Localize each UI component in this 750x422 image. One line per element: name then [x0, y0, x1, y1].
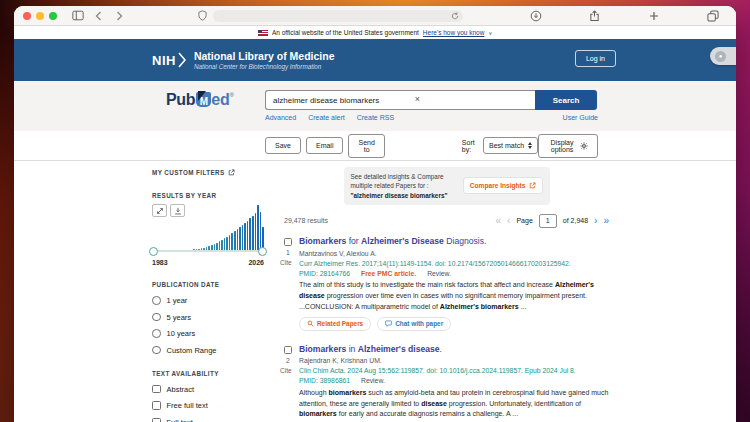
result-checkbox[interactable] — [284, 346, 292, 354]
year-slider-handle-start[interactable] — [149, 247, 158, 256]
search-button[interactable]: Search — [535, 90, 597, 110]
related-papers-label: Related Papers — [317, 320, 363, 327]
free-pmc-label: Free PMC article. — [361, 270, 416, 277]
create-rss-link[interactable]: Create RSS — [357, 114, 394, 121]
related-papers-button[interactable]: Related Papers — [299, 317, 371, 331]
check-control[interactable] — [152, 385, 161, 394]
year-bar[interactable] — [242, 225, 244, 251]
radio-control[interactable] — [152, 296, 161, 305]
check-control[interactable] — [152, 401, 161, 410]
privacy-shield-icon[interactable] — [195, 9, 210, 23]
radio-control[interactable] — [152, 346, 161, 355]
advanced-link[interactable]: Advanced — [265, 114, 296, 121]
nlm-title[interactable]: National Library of Medicine — [194, 50, 335, 63]
pubdate-option-1-year[interactable]: 1 year — [152, 296, 264, 305]
email-button[interactable]: Email — [306, 137, 344, 154]
external-link-icon — [529, 182, 536, 189]
page-number-input[interactable] — [539, 214, 557, 228]
year-bar[interactable] — [257, 205, 259, 251]
results-main: See detailed insights & Compare multiple… — [284, 167, 609, 422]
results-list: 1 Cite Biomarkers for Alzheimer's Diseas… — [284, 236, 609, 422]
usa-gov-banner: An official website of the United States… — [14, 26, 736, 39]
compare-insights-button[interactable]: Compare Insights — [463, 177, 543, 194]
downloads-icon[interactable] — [528, 9, 543, 23]
my-custom-filters[interactable]: MY CUSTOM FILTERS — [152, 169, 264, 176]
first-page-icon[interactable]: « — [496, 216, 502, 226]
review-label[interactable]: Review. — [361, 377, 385, 384]
year-bar[interactable] — [226, 237, 228, 251]
tab-overview-icon[interactable] — [705, 9, 720, 23]
check-control[interactable] — [152, 418, 161, 422]
radio-control[interactable] — [152, 313, 161, 322]
radio-control[interactable] — [152, 329, 161, 338]
external-link-icon — [228, 169, 235, 176]
year-bar[interactable] — [260, 212, 262, 251]
create-alert-link[interactable]: Create alert — [308, 114, 345, 121]
expand-chart-button[interactable] — [152, 204, 167, 217]
year-bar[interactable] — [249, 218, 251, 251]
nih-logo[interactable]: NIH — [152, 52, 186, 68]
year-bar[interactable] — [229, 235, 231, 251]
search-input[interactable] — [265, 90, 535, 110]
close-window-button[interactable] — [23, 12, 31, 20]
display-options-button[interactable]: Display options — [538, 134, 598, 158]
year-bar[interactable] — [237, 229, 239, 251]
results-by-year-label: RESULTS BY YEAR — [152, 192, 264, 199]
back-icon[interactable] — [91, 9, 106, 23]
publication-date-label: PUBLICATION DATE — [152, 281, 264, 288]
prev-page-icon[interactable]: ‹ — [507, 216, 510, 226]
address-bar[interactable] — [213, 10, 463, 22]
result-authors: Mantzavinos V, Alexiou A. — [299, 250, 609, 257]
new-tab-icon[interactable] — [646, 9, 661, 23]
share-icon[interactable] — [587, 9, 602, 23]
forward-icon[interactable] — [112, 9, 127, 23]
chevron-down-icon: ∨ — [488, 30, 492, 36]
extension-pill[interactable]: ● — [710, 47, 736, 65]
minimize-window-button[interactable] — [36, 12, 44, 20]
browser-toolbar — [14, 6, 736, 26]
pubdate-option-10-years[interactable]: 10 years — [152, 329, 264, 338]
textavail-option-free-full-text[interactable]: Free full text — [152, 401, 264, 410]
year-slider-track[interactable] — [152, 250, 264, 252]
result-pmid: PMID: 28164766 — [299, 270, 350, 277]
clear-search-icon[interactable]: × — [415, 94, 420, 104]
result-title-link[interactable]: Biomarkers for Alzheimer's Disease Diagn… — [299, 236, 609, 247]
save-button[interactable]: Save — [265, 137, 301, 154]
pubdate-option-5-years[interactable]: 5 years — [152, 313, 264, 322]
year-bar[interactable] — [244, 223, 246, 251]
sort-select[interactable]: Best match — [483, 137, 538, 154]
chat-with-paper-button[interactable]: Chat with paper — [377, 317, 451, 331]
search-section: Pub M ed ® × Search Advanced Create aler… — [14, 81, 736, 131]
year-bar[interactable] — [239, 227, 241, 251]
review-label[interactable]: Review. — [427, 270, 451, 277]
pubdate-option-custom-range[interactable]: Custom Range — [152, 346, 264, 355]
year-bar[interactable] — [252, 216, 254, 251]
pubmed-logo[interactable]: Pub M ed ® — [166, 91, 265, 109]
textavail-option-full-text[interactable]: Full text — [152, 418, 264, 422]
how-you-know-link[interactable]: Here's how you know — [423, 29, 485, 36]
user-guide-link[interactable]: User Guide — [563, 114, 598, 121]
last-page-icon[interactable]: » — [603, 216, 609, 226]
result-title-link[interactable]: Biomarkers in Alzheimer's disease. — [299, 344, 609, 355]
result-checkbox[interactable] — [284, 238, 292, 246]
zoom-window-button[interactable] — [49, 12, 57, 20]
download-chart-button[interactable] — [170, 204, 185, 217]
option-label: 1 year — [167, 296, 188, 305]
result-authors: Rajendran K, Krishnan UM. — [299, 357, 609, 364]
year-slider-handle-end[interactable] — [258, 247, 267, 256]
cite-button[interactable]: Cite — [280, 259, 292, 266]
reload-icon[interactable] — [451, 12, 459, 20]
year-bar[interactable] — [234, 231, 236, 251]
send-to-button[interactable]: Send to — [348, 134, 384, 158]
year-bar[interactable] — [247, 221, 249, 251]
extension-icon: ● — [715, 51, 726, 62]
next-page-icon[interactable]: › — [594, 216, 597, 226]
sidebar-toggle-icon[interactable] — [70, 9, 85, 23]
year-bar[interactable] — [231, 233, 233, 251]
textavail-option-abstract[interactable]: Abstract — [152, 385, 264, 394]
cite-button[interactable]: Cite — [280, 367, 292, 374]
year-bar[interactable] — [255, 213, 257, 251]
login-button[interactable]: Log in — [575, 50, 616, 67]
results-toolbar: Save Email Send to Sort by: Best match D… — [14, 131, 736, 161]
filters-sidebar: MY CUSTOM FILTERS RESULTS BY YEAR — [152, 167, 264, 422]
